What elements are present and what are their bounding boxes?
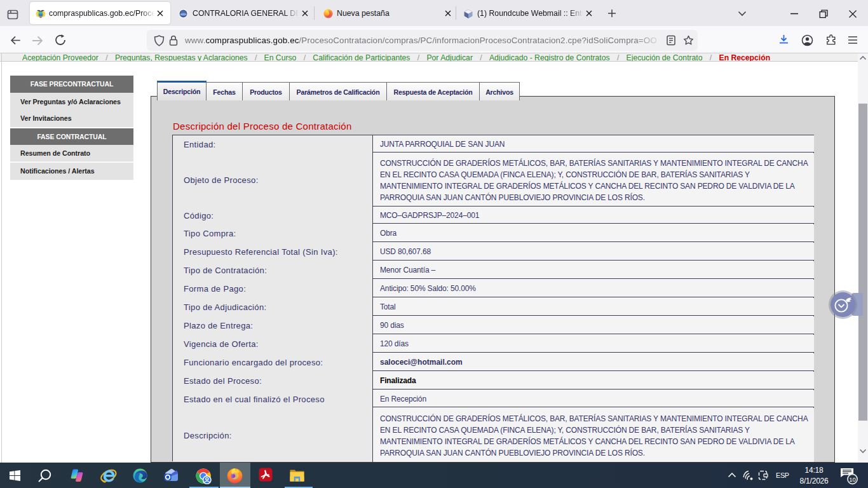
svg-text:10: 10 — [849, 476, 856, 483]
